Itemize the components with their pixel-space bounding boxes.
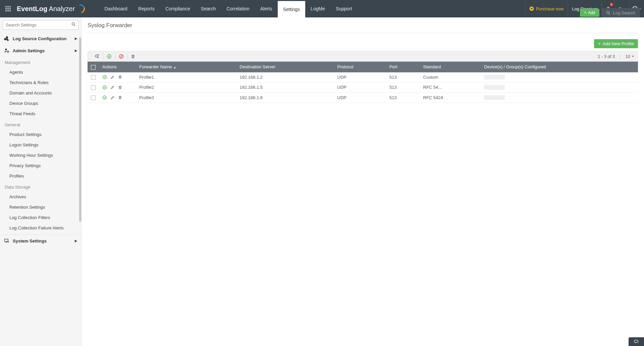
add-button[interactable]: + Add xyxy=(580,9,599,17)
col-port[interactable]: Port xyxy=(386,62,420,72)
search-settings-wrap xyxy=(3,20,78,30)
sidebar-item-log-collection-failure-alerts[interactable]: Log Collection Failure Alerts xyxy=(0,223,81,233)
enable-icon[interactable] xyxy=(102,85,107,90)
enable-icon[interactable] xyxy=(102,75,107,79)
col-standard[interactable]: Standard xyxy=(420,62,481,72)
cell-devices xyxy=(481,72,638,82)
cell-devices xyxy=(481,92,638,103)
sidebar-section-log-source[interactable]: Log Source Configuration ▶ xyxy=(0,32,81,45)
search-icon[interactable] xyxy=(71,22,76,26)
chevron-down-icon: ▼ xyxy=(632,55,634,58)
edit-icon[interactable] xyxy=(110,95,115,100)
sidebar-item-retention-settings[interactable]: Retention Settings xyxy=(0,202,81,212)
tab-correlation[interactable]: Correlation xyxy=(221,0,255,17)
svg-line-14 xyxy=(98,57,99,58)
topbar: EventLog Analyzer DashboardReportsCompli… xyxy=(0,0,644,17)
user-gear-icon xyxy=(4,48,9,53)
log-search-label: Log Search xyxy=(613,10,636,15)
pagination-range: 1 - 3 of 3 xyxy=(598,54,615,59)
edit-icon[interactable] xyxy=(110,85,115,89)
tab-support[interactable]: Support xyxy=(330,0,358,17)
add-profile-label: Add New Profile xyxy=(603,41,634,46)
sidebar-item-domain-and-accounts[interactable]: Domain and Accounts xyxy=(0,88,81,98)
enable-icon[interactable] xyxy=(103,53,115,60)
logo-text-b: Analyzer xyxy=(47,5,75,12)
sidebar-section-system[interactable]: System Settings ▶ xyxy=(0,234,81,247)
sidebar-scrollbar[interactable] xyxy=(79,38,81,222)
sidebar-item-product-settings[interactable]: Product Settings xyxy=(0,129,81,140)
col-device-s-group-s-configured[interactable]: Device(s) / Group(s) Configured xyxy=(481,62,638,72)
chevron-right-icon: ▶ xyxy=(75,239,77,243)
svg-rect-9 xyxy=(4,239,8,241)
tab-reports[interactable]: Reports xyxy=(133,0,160,17)
app-logo[interactable]: EventLog Analyzer xyxy=(17,4,85,13)
sidebar-item-archives[interactable]: Archives xyxy=(0,192,81,202)
row-checkbox[interactable] xyxy=(91,75,96,80)
sidebar-item-threat-feeds[interactable]: Threat Feeds xyxy=(0,109,81,119)
row-checkbox[interactable] xyxy=(91,85,96,90)
svg-line-18 xyxy=(120,55,123,58)
section-label: Log Source Configuration xyxy=(13,36,66,41)
topbar-left: EventLog Analyzer DashboardReportsCompli… xyxy=(3,0,358,17)
cell-devices xyxy=(481,82,638,93)
column-search-icon[interactable] xyxy=(91,53,103,60)
disable-icon[interactable] xyxy=(115,53,127,60)
section-label: Admin Settings xyxy=(13,48,45,53)
pagesize-selector[interactable]: 10 ▼ xyxy=(626,54,634,59)
edit-icon[interactable] xyxy=(110,75,115,79)
tab-settings[interactable]: Settings xyxy=(278,0,306,17)
sidebar-section-admin[interactable]: Admin Settings ▶ xyxy=(0,45,81,57)
delete-icon[interactable] xyxy=(118,75,122,79)
main: Log Source Configuration ▶ Admin Setting… xyxy=(0,17,644,346)
delete-icon[interactable] xyxy=(127,53,139,60)
logo-arc-icon xyxy=(75,3,87,15)
sidebar-item-device-groups[interactable]: Device Groups xyxy=(0,98,81,109)
tab-alerts[interactable]: Alerts xyxy=(255,0,278,17)
sidebar-item-profiles[interactable]: Profiles xyxy=(0,171,81,181)
cell-port: 513 xyxy=(386,72,420,82)
svg-line-4 xyxy=(609,13,610,14)
cell-protocol: UDP xyxy=(334,72,386,82)
cell-forwarder-name: Profile3 xyxy=(136,92,236,103)
col-actions[interactable]: Actions xyxy=(99,62,136,72)
sidebar-item-working-hour-settings[interactable]: Working Hour Settings xyxy=(0,150,81,160)
sidebar-item-privacy-settings[interactable]: Privacy Settings xyxy=(0,160,81,171)
enable-icon[interactable] xyxy=(102,95,107,100)
chevron-right-icon: ▶ xyxy=(75,49,77,52)
table-row: Profile2192.168.1.5UDP513RFC 54... xyxy=(88,82,638,93)
sidebar-item-log-collection-filters[interactable]: Log Collection Filters xyxy=(0,212,81,223)
sidebar-item-agents[interactable]: Agents xyxy=(0,67,81,77)
chat-icon xyxy=(633,339,639,344)
table-toolbar: 1 - 3 of 3 | 10 ▼ xyxy=(88,51,638,62)
col-protocol[interactable]: Protocol xyxy=(334,62,386,72)
tab-compliance[interactable]: Compliance xyxy=(160,0,196,17)
chat-fab[interactable] xyxy=(629,337,644,346)
cell-destination: 192.168.1.2 xyxy=(236,72,334,82)
tab-dashboard[interactable]: Dashboard xyxy=(99,0,133,17)
top-nav: DashboardReportsComplianceSearchCorrelat… xyxy=(99,0,358,17)
cell-forwarder-name: Profile1 xyxy=(136,72,236,82)
sort-asc-icon: ▲ xyxy=(173,66,176,69)
search-settings-input[interactable] xyxy=(3,20,78,30)
col-forwarder-name[interactable]: Forwarder Name▲ xyxy=(136,62,236,72)
notif-badge: 5 xyxy=(610,3,613,6)
delete-icon[interactable] xyxy=(118,85,122,89)
sidebar-item-logon-settings[interactable]: Logon Settings xyxy=(0,140,81,150)
log-search-button[interactable]: Log Search xyxy=(601,8,640,17)
add-new-profile-button[interactable]: + Add New Profile xyxy=(594,39,638,48)
sidebar-group-title: Data Storage xyxy=(0,181,81,192)
purchase-now-link[interactable]: Purchase now xyxy=(525,0,568,17)
add-label: Add xyxy=(588,10,595,15)
tab-logme[interactable]: LogMe xyxy=(305,0,330,17)
tools-icon xyxy=(4,36,9,41)
select-all-checkbox[interactable] xyxy=(91,65,96,70)
svg-point-12 xyxy=(8,241,9,243)
sidebar: Log Source Configuration ▶ Admin Setting… xyxy=(0,17,82,346)
delete-icon[interactable] xyxy=(118,95,122,99)
sidebar-item-technicians-roles[interactable]: Technicians & Roles xyxy=(0,77,81,88)
col-checkbox xyxy=(88,62,99,72)
col-destination-server[interactable]: Destination Server xyxy=(236,62,334,72)
tab-search[interactable]: Search xyxy=(196,0,221,17)
row-checkbox[interactable] xyxy=(91,95,96,100)
apps-menu-icon[interactable] xyxy=(3,4,13,13)
